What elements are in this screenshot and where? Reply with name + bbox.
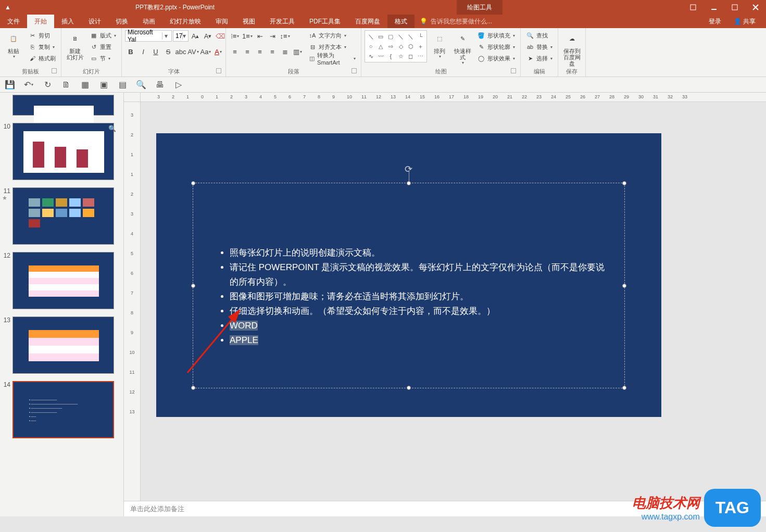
align-left-button[interactable]: ≡ [229, 46, 241, 57]
thumbnail-13[interactable]: 13 [0, 314, 123, 379]
minimize-button[interactable] [704, 0, 724, 15]
resize-handle[interactable] [622, 386, 626, 390]
list-item[interactable]: 请记住 POWERPOINT 是演示文稿的视觉效果。每张幻灯片上的文字仅作为论点… [230, 260, 609, 289]
thumbnail-10[interactable]: 10 🔍 [0, 121, 123, 185]
save-button[interactable]: 💾 [4, 79, 16, 91]
resize-handle[interactable] [407, 181, 411, 185]
close-button[interactable] [745, 0, 766, 15]
new-slide-button[interactable]: 🗎 新建 幻灯片 [65, 30, 85, 60]
tab-review[interactable]: 审阅 [208, 15, 235, 28]
resize-handle[interactable] [191, 181, 195, 185]
dialog-launcher[interactable] [351, 68, 357, 73]
vertical-ruler[interactable]: 32112345678910111213 [124, 102, 141, 501]
arrange-button[interactable]: ⬚ 排列▾ [429, 30, 450, 59]
shape-brace-icon[interactable]: { [386, 52, 395, 61]
qat-icon-5[interactable]: 🔍 [135, 79, 147, 91]
dialog-launcher[interactable] [52, 68, 57, 73]
shape-line-icon[interactable]: ＼ [366, 32, 375, 41]
qat-icon-3[interactable]: ▣ [98, 79, 109, 91]
cut-button[interactable]: ✂剪切 [26, 30, 58, 41]
tab-developer[interactable]: 开发工具 [262, 15, 302, 28]
maximize-button[interactable] [724, 0, 745, 15]
slide-thumbnails-panel[interactable]: 10 🔍 11 ★ 12 13 14 • ——————————• ———————… [0, 93, 124, 516]
share-button[interactable]: 👤 共享 [729, 15, 761, 28]
tab-baidu[interactable]: 百度网盘 [348, 15, 387, 28]
login-button[interactable]: 登录 [704, 15, 726, 28]
undo-button[interactable]: ↶▾ [23, 79, 34, 91]
font-color-button[interactable]: A▾ [212, 46, 224, 57]
shape-line2-icon[interactable]: ＼ [396, 32, 405, 41]
list-item[interactable]: 仔细选择切换和动画。（希望受众如何专注于内容，而不是效果。） [230, 304, 609, 319]
qat-icon-7[interactable]: ▷ [173, 79, 184, 91]
shape-outline-button[interactable]: ✎形状轮廓▾ [475, 42, 517, 52]
decrease-font-button[interactable]: A▾ [202, 30, 214, 42]
replace-button[interactable]: ab替换▾ [524, 42, 555, 52]
bold-button[interactable]: B [125, 46, 136, 57]
qat-icon-1[interactable]: 🗎 [60, 79, 72, 91]
shape-line3-icon[interactable]: ＼ [406, 32, 416, 41]
shape-rect-icon[interactable]: ▭ [376, 32, 385, 41]
tab-design[interactable]: 设计 [81, 15, 108, 28]
align-center-button[interactable]: ≡ [242, 46, 253, 57]
tab-format[interactable]: 格式 [387, 15, 415, 28]
resize-handle[interactable] [191, 284, 195, 288]
current-slide[interactable]: ⟳ 照每张幻灯片上的说明创建演示文稿。 请记住 POWERPOINT 是演示文稿… [156, 133, 661, 417]
thumbnail-12[interactable]: 12 [0, 250, 123, 314]
font-name-combo[interactable]: Microsoft Yal▾ [125, 30, 172, 42]
save-to-baidu-button[interactable]: ☁ 保存到 百度网盘 [561, 30, 582, 67]
text-direction-button[interactable]: ↕A文字方向▾ [306, 30, 358, 41]
resize-handle[interactable] [622, 181, 626, 185]
shape-freeform-icon[interactable]: 〰 [376, 52, 385, 61]
thumbnail-14[interactable]: 14 • ——————————• ——————————————————• ———… [0, 379, 123, 444]
layout-button[interactable]: ▦版式▾ [87, 30, 118, 41]
format-painter-button[interactable]: 🖌格式刷 [26, 53, 58, 64]
slide-canvas[interactable]: ⟳ 照每张幻灯片上的说明创建演示文稿。 请记住 POWERPOINT 是演示文稿… [141, 102, 766, 501]
shape-callout-icon[interactable]: ◻ [406, 52, 416, 61]
tab-transitions[interactable]: 切换 [108, 15, 135, 28]
shape-effects-button[interactable]: ◯形状效果▾ [475, 53, 517, 64]
char-spacing-button[interactable]: AV▾ [187, 46, 199, 57]
shape-connector-icon[interactable]: └ [416, 32, 425, 41]
convert-smartart-button[interactable]: ◫转换为 SmartArt▾ [306, 53, 358, 64]
tab-view[interactable]: 视图 [235, 15, 262, 28]
tab-pdf[interactable]: PDF工具集 [302, 15, 348, 28]
list-item[interactable]: 照每张幻灯片上的说明创建演示文稿。 [230, 246, 609, 260]
shadow-button[interactable]: abc [175, 46, 186, 57]
list-item-selected[interactable]: APPLE [230, 333, 609, 348]
content-textbox[interactable]: ⟳ 照每张幻灯片上的说明创建演示文稿。 请记住 POWERPOINT 是演示文稿… [193, 183, 625, 388]
strikethrough-button[interactable]: S [162, 46, 174, 57]
qat-icon-6[interactable]: 🖶 [154, 79, 166, 91]
numbering-button[interactable]: 1≡▾ [242, 30, 253, 42]
bullets-button[interactable]: ⁝≡▾ [229, 30, 241, 42]
select-button[interactable]: ➤选择▾ [524, 53, 555, 64]
font-size-combo[interactable]: 17▾ [173, 30, 189, 42]
copy-button[interactable]: ⎘复制▾ [26, 42, 58, 52]
thumbnail-11[interactable]: 11 ★ [0, 185, 123, 250]
clear-formatting-button[interactable]: ⌫ [215, 30, 226, 42]
list-item-selected[interactable]: WORD [230, 319, 609, 333]
line-spacing-button[interactable]: ↕≡▾ [279, 30, 291, 42]
shape-rounded-rect-icon[interactable]: ▢ [386, 32, 395, 41]
change-case-button[interactable]: Aa▾ [200, 46, 211, 57]
increase-indent-button[interactable]: ⇥ [267, 30, 278, 42]
list-item[interactable]: 图像和图形可增加趣味；请务必在适当时将其添加到幻灯片。 [230, 289, 609, 304]
qat-icon-4[interactable]: ▤ [117, 79, 128, 91]
section-button[interactable]: ▭节▾ [87, 53, 118, 64]
tab-slideshow[interactable]: 幻灯片放映 [162, 15, 208, 28]
reset-button[interactable]: ↺重置 [87, 42, 118, 52]
align-right-button[interactable]: ≡ [254, 46, 266, 57]
quick-styles-button[interactable]: ✎ 快速样式▾ [452, 30, 473, 65]
justify-button[interactable]: ≡ [267, 46, 278, 57]
paste-button[interactable]: 📋 粘贴 ▾ [3, 30, 24, 59]
shape-fill-button[interactable]: 🪣形状填充▾ [475, 30, 517, 41]
bullet-list[interactable]: 照每张幻灯片上的说明创建演示文稿。 请记住 POWERPOINT 是演示文稿的视… [193, 183, 624, 348]
tell-me-search[interactable]: 💡 告诉我您想要做什么... [415, 17, 497, 26]
decrease-indent-button[interactable]: ⇤ [254, 30, 266, 42]
dialog-launcher[interactable] [216, 68, 221, 73]
tab-home[interactable]: 开始 [27, 15, 54, 28]
horizontal-ruler[interactable]: 3210123456789101112131415161718192021222… [124, 93, 766, 102]
shape-oval-icon[interactable]: ○ [366, 42, 375, 51]
columns-button[interactable]: ▥▾ [292, 46, 303, 57]
shape-more-icon[interactable]: ⋯ [416, 52, 425, 61]
resize-handle[interactable] [191, 386, 195, 390]
